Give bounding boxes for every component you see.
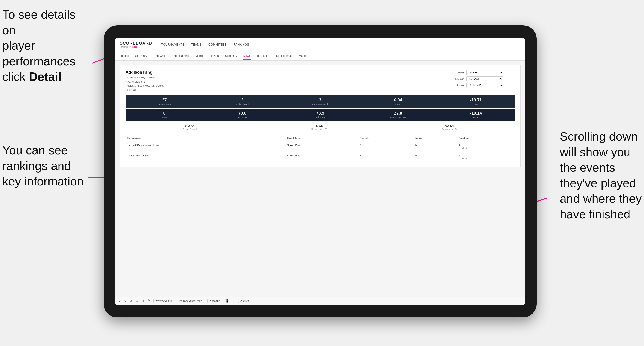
event-type-1: Stroke Play	[286, 142, 358, 152]
stat-wins: 0 Wins	[126, 109, 204, 121]
col-score: Score	[413, 135, 458, 142]
position-2: 7 out of 20	[457, 152, 515, 162]
record-row: 91-20-1 Overall Record 1-5-0 Record vs t…	[126, 124, 515, 131]
logo-area: SCOREBOARD Powered by clippd	[120, 41, 152, 48]
col-rounds: Rounds	[358, 135, 413, 142]
stat-avg-sg: -10.14 Avg SG	[437, 109, 515, 121]
tab-h2h-grid2[interactable]: H2H Grid	[256, 52, 269, 59]
tournament-name-2: Lady Coyote Invite	[126, 152, 286, 162]
tablet-frame: SCOREBOARD Powered by clippd TOURNAMENTS…	[104, 25, 537, 318]
tab-teams[interactable]: Teams	[120, 52, 130, 59]
redo-icon[interactable]: ↻	[124, 299, 127, 303]
logo-text: SCOREBOARD	[120, 41, 152, 46]
main-content[interactable]: Addison King Mesa Community College NJCA…	[115, 60, 525, 297]
nav-tournaments[interactable]: TOURNAMENTS	[161, 42, 184, 47]
nav-rankings[interactable]: RANKINGS	[233, 42, 249, 47]
stat-sos: -19.71 SoS	[437, 95, 515, 108]
tab-matrix[interactable]: Matrix	[195, 52, 204, 59]
top-nav: SCOREBOARD Powered by clippd TOURNAMENTS…	[115, 38, 525, 51]
player-year: First Year	[126, 88, 163, 92]
player-region: Region 1 - Southwest (18) District	[126, 84, 163, 88]
clock-icon[interactable]: ⏱	[147, 299, 150, 303]
watch-button[interactable]: 👁 Watch ▾	[207, 299, 222, 303]
tab-h2h-grid[interactable]: H2H Grid	[153, 52, 166, 59]
stat-adj-score: 78.5 Adj Score	[281, 109, 359, 121]
col-position: Position	[457, 135, 515, 142]
tab-h2h-heatmap2[interactable]: H2H Heatmap	[274, 52, 293, 59]
position-1: 4 out of 20	[457, 142, 515, 152]
score-2: 16	[413, 152, 458, 162]
col-empty	[264, 135, 286, 142]
bottom-toolbar: ↺ ↻ ⟳ ⊕ ⊞ ⏱ 👁 View: Original 💾 Save Cust…	[115, 297, 525, 305]
annotation-top-left: To see details on player performances cl…	[2, 7, 90, 85]
player-select[interactable]: Addison King	[466, 83, 503, 88]
record-vs-top50: 5-11-1 Record vs top 50	[442, 125, 458, 130]
tab-h2h-heatmap[interactable]: H2H Heatmap	[171, 52, 190, 59]
col-event-type: Event Type	[286, 135, 358, 142]
division-select[interactable]: NJCAA I	[466, 76, 503, 81]
division-label: Division	[450, 78, 464, 80]
tab-matrix2[interactable]: Matrix	[298, 52, 308, 59]
powered-by: Powered by clippd	[120, 46, 152, 48]
layout-icon[interactable]: ⊞	[142, 299, 144, 303]
table-row: Estella CC- Mountain Classic Stroke Play…	[126, 142, 515, 152]
tablet-screen: SCOREBOARD Powered by clippd TOURNAMENTS…	[115, 38, 525, 305]
share-button[interactable]: ↗ Share	[238, 299, 250, 303]
stat-national-rank: 37 National Rank	[126, 95, 204, 108]
player-info: Addison King Mesa Community College NJCA…	[126, 70, 163, 92]
stat-regional-rank: 3 Regional Rank	[204, 95, 281, 108]
main-nav: TOURNAMENTS TEAMS COMMITTEE RANKINGS	[161, 42, 249, 47]
tab-players[interactable]: Players	[208, 52, 220, 59]
score-1: 17	[413, 142, 458, 152]
annotation-right: Scrolling down will show you the events …	[560, 129, 642, 222]
player-division: NJCAA Division 1	[126, 80, 163, 84]
stat-points: 6.04 Points	[359, 95, 437, 108]
gender-label: Gender	[450, 71, 464, 74]
col-tournament: Tournament	[126, 135, 264, 142]
table-row: Lady Coyote Invite Stroke Play 2 16 7 ou…	[126, 152, 515, 162]
player-panel: Addison King Mesa Community College NJCA…	[120, 65, 520, 167]
sub-nav: Teams Summary H2H Grid H2H Heatmap Matri…	[115, 51, 525, 60]
device-icon[interactable]: 📱	[226, 299, 229, 303]
stat-avg-score: 79.6 Avg Score	[204, 109, 281, 121]
player-filters: Gender Women Division NJCAA I	[450, 70, 515, 88]
tab-summary2[interactable]: Summary	[224, 52, 238, 59]
view-original-button[interactable]: 👁 View: Original	[154, 299, 174, 303]
player-header: Addison King Mesa Community College NJCA…	[126, 70, 515, 92]
stat-conference-rank: 3 Conference Rank	[281, 95, 359, 108]
tournament-name-1: Estella CC- Mountain Classic	[126, 142, 286, 152]
division-filter-row: Division NJCAA I	[450, 76, 515, 81]
stats-row-2: 0 Wins 79.6 Avg Score 78.5 Adj Score 27.…	[126, 109, 515, 121]
zoom-icon[interactable]: ⊕	[136, 299, 138, 303]
save-custom-view-button[interactable]: 💾 Save Custom View	[178, 299, 204, 303]
tab-summary[interactable]: Summary	[134, 52, 148, 59]
tab-detail[interactable]: Detail	[242, 52, 252, 60]
event-type-2: Stroke Play	[286, 152, 358, 162]
player-name: Addison King	[126, 70, 163, 75]
player-filter-row: Player Addison King	[450, 83, 515, 88]
stats-row-1: 37 National Rank 3 Regional Rank 3 Confe…	[126, 95, 515, 108]
player-label: Player	[450, 84, 464, 87]
player-school: Mesa Community College	[126, 76, 163, 80]
record-vs-top25: 1-5-0 Record vs top 25	[312, 125, 327, 130]
gender-filter-row: Gender Women	[450, 70, 515, 75]
tournament-table: Tournament Event Type Rounds Score Posit…	[126, 135, 515, 162]
rounds-2: 2	[358, 152, 413, 162]
nav-teams[interactable]: TEAMS	[191, 42, 202, 47]
undo-icon[interactable]: ↺	[118, 299, 121, 303]
overall-record: 91-20-1 Overall Record	[183, 125, 197, 130]
refresh-icon[interactable]: ⟳	[130, 299, 132, 303]
gender-select[interactable]: Women	[466, 70, 503, 75]
stat-avg-score-par: 27.8 Avg Score to Par	[359, 109, 437, 121]
expand-icon[interactable]: ⤢	[232, 299, 235, 303]
rounds-1: 2	[358, 142, 413, 152]
annotation-left: You can see rankings and key information	[2, 143, 84, 189]
nav-committee[interactable]: COMMITTEE	[208, 42, 226, 47]
